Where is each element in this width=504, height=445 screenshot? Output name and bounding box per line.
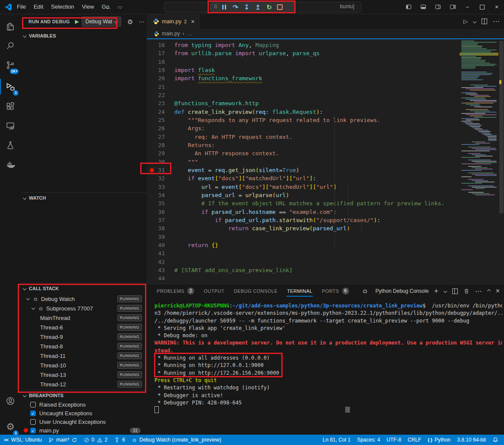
checkbox[interactable]: ✓ xyxy=(30,428,36,433)
run-dropdown-icon[interactable] xyxy=(473,19,476,23)
minimize-icon[interactable]: − xyxy=(460,0,475,14)
split-editor-icon[interactable] xyxy=(482,19,487,24)
call-stack-row[interactable]: MainThreadRUNNING xyxy=(21,313,147,323)
watch-section-header[interactable]: WATCH xyxy=(21,193,147,203)
call-stack-row[interactable]: Thread-9RUNNING xyxy=(21,332,147,342)
new-terminal-icon[interactable]: + xyxy=(434,288,438,295)
menu-file[interactable]: File xyxy=(13,2,30,12)
drag-handle-icon[interactable]: ⠿ xyxy=(214,4,217,10)
panel-controls: Python Debug Console + ⋯ × xyxy=(362,284,500,298)
start-debug-icon[interactable]: ▶ xyxy=(75,19,79,25)
debug-status-item[interactable]: Debug Watch (create_link_preview) xyxy=(132,437,221,443)
customize-layout-icon[interactable] xyxy=(445,0,460,14)
call-stack-row[interactable]: Debug WatchRUNNING xyxy=(21,294,147,304)
ports-item[interactable]: 6 xyxy=(114,437,125,443)
restart-icon[interactable]: ↻ xyxy=(265,4,274,10)
remote-explorer-icon[interactable] xyxy=(0,116,21,135)
split-terminal-icon[interactable] xyxy=(452,288,458,294)
python-interpreter[interactable]: 3.8.10 64-bit xyxy=(457,437,486,443)
menu-edit[interactable]: Edit xyxy=(30,2,47,12)
call-stack-row[interactable]: Thread-10RUNNING xyxy=(21,360,147,370)
call-stack-row[interactable]: Thread-13RUNNING xyxy=(21,370,147,379)
call-stack-section-header[interactable]: CALL STACK xyxy=(21,284,147,293)
panel-tab-debug-console[interactable]: DEBUG CONSOLE xyxy=(229,284,282,298)
run-python-icon[interactable]: ▷ xyxy=(463,18,468,25)
explorer-icon[interactable] xyxy=(0,17,21,36)
call-stack-row[interactable]: Subprocess 77007RUNNING xyxy=(21,304,147,313)
minimap[interactable] xyxy=(460,40,498,255)
checkbox[interactable] xyxy=(30,419,36,425)
maximize-icon[interactable] xyxy=(475,0,489,14)
account-icon[interactable] xyxy=(0,392,21,411)
kill-terminal-icon[interactable] xyxy=(463,288,469,294)
breakpoint-row[interactable]: ✓Uncaught Exceptions xyxy=(21,409,147,417)
run-and-debug-icon[interactable]: 1 xyxy=(0,77,21,96)
settings-gear-icon[interactable]: ⚙ 1 xyxy=(0,417,21,436)
search-icon[interactable] xyxy=(0,36,21,55)
editor-more-icon[interactable]: ⋯ xyxy=(493,17,500,25)
menu-view[interactable]: View xyxy=(78,2,98,12)
problems-item[interactable]: 0 2 xyxy=(84,437,107,443)
breakpoints-section-header[interactable]: BREAKPOINTS xyxy=(21,391,147,400)
call-stack-row[interactable]: Thread-12RUNNING xyxy=(21,379,147,389)
scrollbar-thumb[interactable] xyxy=(499,41,504,213)
launch-config-dropdown[interactable]: Debug Wat xyxy=(82,16,121,27)
close-panel-icon[interactable]: × xyxy=(496,287,500,295)
source-control-icon[interactable]: 1K+ xyxy=(0,56,21,75)
minimap-line xyxy=(461,75,480,76)
variables-section-header[interactable]: VARIABLES xyxy=(21,31,147,41)
breakpoint-row[interactable]: ✓main.py31 xyxy=(21,426,147,435)
breadcrumb-file[interactable]: main.py xyxy=(162,31,180,37)
panel-tab-ports[interactable]: PORTS6 xyxy=(317,284,354,298)
step-over-icon[interactable]: ↷ xyxy=(231,4,240,10)
terminal-name[interactable]: Python Debug Console xyxy=(375,288,428,294)
eol-sequence[interactable]: CRLF xyxy=(408,437,421,443)
testing-icon[interactable] xyxy=(0,136,21,155)
remote-indicator[interactable]: >< WSL: Ubuntu xyxy=(4,437,42,443)
back-icon[interactable]: ← xyxy=(105,3,112,11)
call-stack-row[interactable]: Thread-11RUNNING xyxy=(21,351,147,360)
terminal-dropdown-icon[interactable] xyxy=(443,289,447,293)
views-more-icon[interactable]: ⋯ xyxy=(139,18,145,25)
cursor-position[interactable]: Ln 81, Col 1 xyxy=(323,437,351,443)
checkbox[interactable]: ✓ xyxy=(30,411,36,416)
toggle-sidebar-icon[interactable] xyxy=(401,0,416,14)
breakpoint-row[interactable]: User Uncaught Exceptions xyxy=(21,417,147,426)
panel-more-icon[interactable]: ⋯ xyxy=(475,287,482,295)
docker-icon[interactable] xyxy=(0,155,21,174)
breadcrumb-symbol[interactable]: … xyxy=(187,31,192,37)
forward-icon[interactable]: → xyxy=(116,3,123,11)
notifications-bell-icon[interactable] xyxy=(492,437,498,443)
encoding[interactable]: UTF-8 xyxy=(387,437,401,443)
toggle-secondary-sidebar-icon[interactable] xyxy=(431,0,445,14)
menu-selection[interactable]: Selection xyxy=(47,2,78,12)
pause-icon[interactable] xyxy=(220,5,229,9)
terminal[interactable]: pierrick@LAPTOP-HKU5PNNG:~/git/add-ons-s… xyxy=(154,302,502,435)
breadcrumb[interactable]: main.py › … xyxy=(147,29,504,38)
editor-scrollbar[interactable] xyxy=(499,39,504,284)
code-editor[interactable]: 16from typing import Any, Mapping17from … xyxy=(147,39,460,284)
step-out-icon[interactable]: ↥ xyxy=(254,4,262,10)
breakpoint-row[interactable]: Raised Exceptions xyxy=(21,400,147,409)
scrollbar-thumb[interactable] xyxy=(345,407,350,413)
call-stack-row[interactable]: Thread-6RUNNING xyxy=(21,323,147,332)
stop-icon[interactable] xyxy=(277,4,283,10)
toggle-panel-icon[interactable] xyxy=(416,0,431,14)
panel-tab-output[interactable]: OUTPUT xyxy=(199,284,229,298)
panel-tab-terminal[interactable]: TERMINAL xyxy=(282,284,317,298)
extensions-icon[interactable] xyxy=(0,97,21,116)
configure-gear-icon[interactable]: ⚙ xyxy=(127,19,133,25)
checkbox[interactable] xyxy=(30,402,36,407)
tab-main-py[interactable]: main.py 2 × xyxy=(147,14,199,29)
editor-actions: ▷ ⋯ xyxy=(463,14,500,29)
branch-item[interactable]: main* xyxy=(48,437,77,443)
maximize-panel-icon[interactable] xyxy=(487,289,490,293)
indentation[interactable]: Spaces: 4 xyxy=(357,437,380,443)
step-into-icon[interactable]: ↧ xyxy=(243,4,251,10)
call-stack-row[interactable]: Thread-8RUNNING xyxy=(21,342,147,351)
language-mode[interactable]: { } Python xyxy=(428,437,450,443)
breakpoint-dot[interactable] xyxy=(150,168,154,172)
close-icon[interactable]: × xyxy=(489,0,504,14)
tab-close-icon[interactable]: × xyxy=(191,18,195,25)
panel-tab-problems[interactable]: PROBLEMS2 xyxy=(152,284,199,298)
